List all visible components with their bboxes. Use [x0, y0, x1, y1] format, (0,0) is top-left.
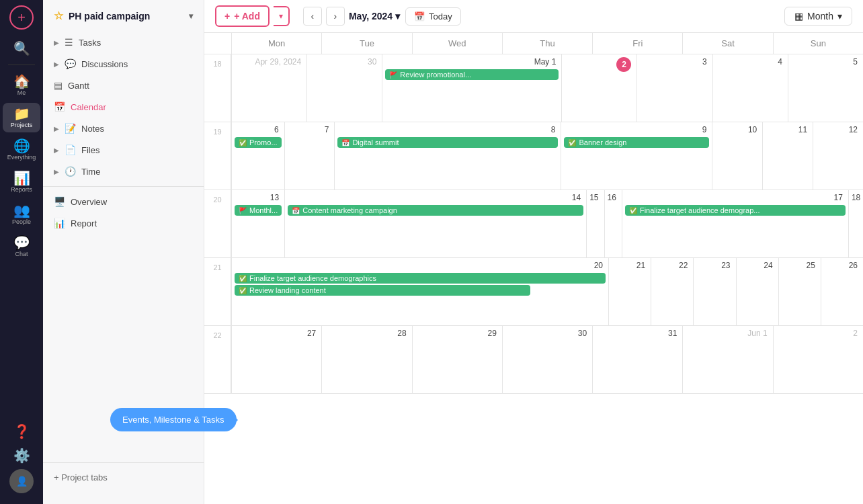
calendar-event[interactable]: ✅Promo... — [235, 137, 282, 148]
calendar-week-20: 2013🚩Monthl...14📅Content marketing campa… — [204, 190, 863, 258]
cal-cell-week21-day6[interactable]: 26 — [821, 258, 863, 325]
cal-cell-week18-day1[interactable]: 30 — [306, 54, 382, 122]
cal-cell-week19-day1[interactable]: 7 — [284, 122, 335, 190]
cal-cell-week20-day0[interactable]: 13🚩Monthl... — [231, 190, 284, 257]
cal-cell-week22-day5[interactable]: Jun 1 — [682, 326, 772, 393]
nav-item-files[interactable]: ▶ 📄 Files — [43, 139, 204, 161]
month-view-button[interactable]: ▦ Month ▾ — [784, 7, 852, 26]
calendar-event[interactable]: 🚩Monthl... — [235, 205, 282, 216]
event-text: Content marketing campaign — [302, 206, 397, 214]
gear-icon: ⚙️ — [13, 449, 30, 462]
cal-cell-week18-day4[interactable]: 3 — [636, 54, 712, 122]
sidebar-item-everything[interactable]: 🌐 Everything — [3, 135, 40, 165]
week-num-19: 19 — [204, 122, 231, 190]
next-month-button[interactable]: › — [326, 7, 345, 26]
day-num: 29 — [415, 329, 499, 338]
tooltip-bubble[interactable]: Events, Milestone & Tasks — [110, 408, 237, 431]
cal-cell-week21-day3[interactable]: 23 — [693, 258, 735, 325]
calendar-event[interactable]: 📅Content marketing campaign — [288, 205, 583, 216]
cal-cell-week22-day0[interactable]: 27 — [231, 326, 321, 393]
nav-item-discussions[interactable]: ▶ 💬 Discussions — [43, 53, 204, 75]
month-chevron-icon: ▾ — [837, 11, 842, 22]
cal-cell-week18-day6[interactable]: 5 — [788, 54, 863, 122]
cal-cell-week22-day4[interactable]: 31 — [592, 326, 682, 393]
day-num: 26 — [824, 261, 860, 270]
nav-item-gantt[interactable]: ▤ Gantt — [43, 75, 204, 96]
cal-cell-week18-day3[interactable]: 2 — [561, 54, 636, 122]
day-num: 17 — [625, 193, 846, 202]
sidebar-item-me[interactable]: 🏠 Me — [3, 71, 40, 100]
nav-item-calendar[interactable]: 📅 Calendar — [43, 96, 204, 118]
day-num: 20 — [235, 261, 606, 270]
cal-cell-week20-day3[interactable]: 16 — [604, 190, 622, 257]
prev-month-button[interactable]: ‹ — [303, 7, 322, 26]
nav-item-report[interactable]: 📊 Report — [43, 212, 204, 234]
sidebar-item-reports[interactable]: 📊 Reports — [3, 167, 40, 197]
cal-cell-week21-day5[interactable]: 25 — [778, 258, 821, 325]
home-icon: 🏠 — [13, 75, 30, 88]
today-button[interactable]: 📅 Today — [405, 7, 461, 26]
event-text: Review landing content — [249, 286, 326, 294]
add-new-button[interactable]: + — [9, 5, 34, 30]
add-project-tabs[interactable]: + Project tabs — [43, 467, 204, 488]
day-num: 24 — [739, 261, 776, 270]
event-text: Promo... — [249, 138, 278, 146]
calendar-icon: 📅 — [414, 11, 425, 22]
cal-cell-week21-day4[interactable]: 24 — [736, 258, 778, 325]
cal-cell-week21-day0[interactable]: 20✅Finalize target audience demographics… — [231, 258, 608, 325]
add-dropdown-button[interactable]: ▾ — [274, 6, 290, 26]
calendar-event[interactable]: 🚩Review promotional... — [385, 69, 559, 80]
calendar-event[interactable]: ✅Finalize target audience demographics — [235, 273, 606, 284]
main-area: + + Add ▾ ‹ › May, 2024 ▾ 📅 Today ▦ Mont… — [204, 0, 863, 504]
day-header-thu: Thu — [502, 33, 592, 54]
calendar-event[interactable]: ✅Review landing content — [235, 285, 530, 296]
event-text: Review promotional... — [400, 71, 471, 79]
day-num: 22 — [654, 261, 690, 270]
event-icon: 📅 — [341, 139, 350, 146]
cal-cell-week18-day5[interactable]: 4 — [712, 54, 788, 122]
calendar-event[interactable]: 📅Digital summit — [337, 137, 558, 148]
calendar-event[interactable]: ✅Finalize target audience demograp... — [625, 205, 846, 216]
cal-cell-week22-day2[interactable]: 29 — [412, 326, 502, 393]
cal-cell-week20-day5[interactable]: 18 — [848, 190, 863, 257]
cal-cell-week18-day0[interactable]: Apr 29, 2024 — [231, 54, 306, 122]
day-num: 30 — [310, 57, 379, 67]
cal-cell-week22-day6[interactable]: 2 — [773, 326, 863, 393]
sidebar-item-help[interactable]: ❓ — [3, 421, 40, 442]
day-num: 10 — [715, 125, 759, 134]
sidebar-icons: + 🔍 🏠 Me 📁 Projects 🌐 Everything 📊 Repor… — [0, 0, 43, 504]
calendar-event[interactable]: ✅Banner design — [564, 137, 709, 148]
sidebar-item-search[interactable]: 🔍 — [3, 38, 40, 59]
day-num: 13 — [235, 193, 282, 202]
cal-cell-week21-day1[interactable]: 21 — [608, 258, 651, 325]
sidebar-item-settings[interactable]: ⚙️ — [3, 445, 40, 466]
add-button[interactable]: + + Add — [215, 5, 270, 27]
cal-cell-week20-day2[interactable]: 15 — [586, 190, 604, 257]
cal-cell-week20-day1[interactable]: 14📅Content marketing campaign — [284, 190, 586, 257]
week-num-header — [204, 33, 231, 54]
cal-cell-week19-day2[interactable]: 8📅Digital summit — [334, 122, 561, 190]
nav-item-overview[interactable]: 🖥️ Overview — [43, 191, 204, 212]
day-header-tue: Tue — [321, 33, 411, 54]
cal-cell-week19-day3[interactable]: 9✅Banner design — [561, 122, 712, 190]
project-header[interactable]: ☆ PH paid campaign ▾ — [43, 0, 204, 32]
cal-cell-week22-day1[interactable]: 28 — [321, 326, 411, 393]
cal-cell-week18-day2[interactable]: May 1🚩Review promotional... — [382, 54, 561, 122]
date-label[interactable]: May, 2024 ▾ — [349, 11, 400, 22]
nav-item-tasks[interactable]: ▶ ☰ Tasks — [43, 32, 204, 53]
cal-cell-week19-day5[interactable]: 11 — [762, 122, 813, 190]
cal-cell-week21-day2[interactable]: 22 — [651, 258, 693, 325]
cal-cell-week19-day4[interactable]: 10 — [712, 122, 762, 190]
cal-cell-week19-day6[interactable]: 12 — [813, 122, 863, 190]
cal-cell-week19-day0[interactable]: 6✅Promo... — [231, 122, 284, 190]
nav-item-time[interactable]: ▶ 🕐 Time — [43, 161, 204, 182]
cal-cell-week22-day3[interactable]: 30 — [502, 326, 592, 393]
day-num: 6 — [235, 125, 282, 134]
sidebar-item-people[interactable]: 👥 People — [3, 200, 40, 229]
nav-item-notes[interactable]: ▶ 📝 Notes — [43, 118, 204, 139]
cal-cell-week20-day4[interactable]: 17✅Finalize target audience demograp... — [622, 190, 848, 257]
day-num: 23 — [696, 261, 733, 270]
sidebar-item-projects[interactable]: 📁 Projects — [3, 103, 40, 132]
user-avatar[interactable]: 👤 — [9, 469, 34, 493]
sidebar-item-chat[interactable]: 💬 Chat — [3, 232, 40, 261]
